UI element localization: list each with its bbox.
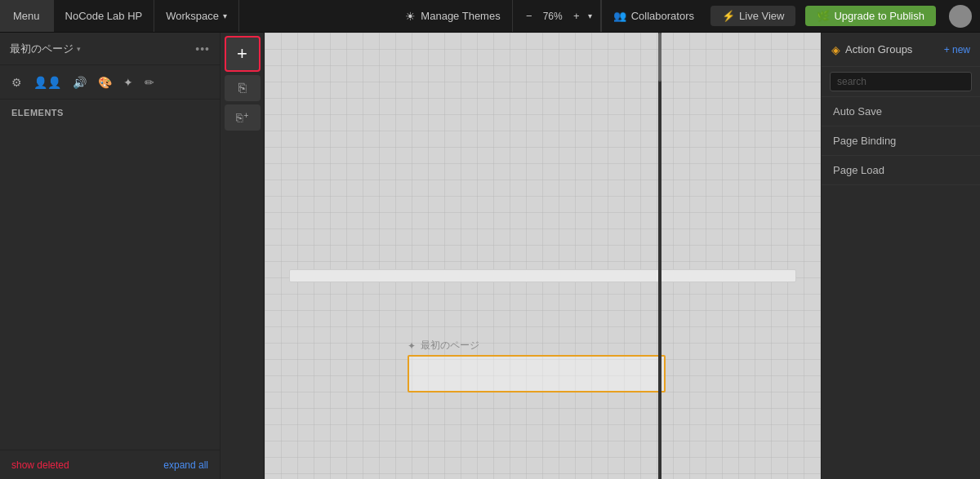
left-panel-footer: show deleted expand all (0, 450, 220, 479)
users-icon[interactable]: 👤👤 (33, 76, 61, 89)
right-panel-title-row: ◈ Action Groups (831, 43, 912, 56)
sun-icon: ☀ (405, 10, 416, 23)
search-input[interactable] (830, 72, 972, 91)
action-groups-icon: ◈ (831, 43, 840, 56)
scrollbar-thumb[interactable] (658, 33, 662, 82)
settings-icon[interactable]: ⚙ (11, 76, 22, 89)
canvas-move-icon: ✦ (408, 340, 416, 352)
canvas-page-label-area: ✦ 最初のページ (408, 339, 479, 353)
zoom-out-button[interactable]: − (521, 8, 537, 24)
menu-button[interactable]: Menu (0, 0, 54, 32)
action-group-item-page-binding[interactable]: Page Binding (822, 126, 980, 156)
left-panel-toolbar: ⚙ 👤👤 🔊 🎨 ✦ ✏ (0, 65, 220, 100)
audio-icon[interactable]: 🔊 (73, 76, 87, 89)
scrollbar-track (658, 33, 662, 479)
show-deleted-link[interactable]: show deleted (11, 459, 69, 471)
workspace-dropdown[interactable]: Workspace ▾ (154, 0, 239, 32)
menu-label: Menu (13, 10, 40, 22)
edit-icon[interactable]: ✏ (145, 76, 154, 89)
right-panel: ◈ Action Groups + new Auto Save Page Bin… (821, 33, 980, 479)
canvas-page-label: 最初のページ (421, 339, 479, 353)
manage-themes-button[interactable]: ☀ Manage Themes (394, 0, 511, 32)
elements-section-label: Elements (0, 100, 220, 122)
action-group-item-page-load[interactable]: Page Load (822, 156, 980, 185)
paste-icon: ⎘ (236, 111, 243, 124)
panel-options-button[interactable]: ••• (195, 42, 210, 55)
chevron-down-icon: ▾ (223, 11, 227, 20)
collab-icon: 👥 (613, 10, 626, 22)
canvas-selected-element[interactable] (408, 355, 666, 393)
copy-button[interactable]: ⎘ (225, 75, 261, 101)
lightning-icon: ⚡ (722, 10, 735, 22)
page-name-dropdown[interactable]: 最初のページ ▾ (10, 42, 81, 56)
add-element-button[interactable]: + (225, 36, 261, 72)
avatar[interactable] (949, 5, 972, 28)
collaborators-button[interactable]: 👥 Collaborators (601, 0, 706, 32)
upgrade-publish-button[interactable]: 🌿 Upgrade to Publish (805, 6, 936, 26)
right-panel-search-area (822, 67, 980, 97)
right-panel-title: Action Groups (845, 43, 912, 55)
add-element-sidebar: + ⎘ ⎘ + (220, 33, 265, 479)
site-name[interactable]: NoCode Lab HP (54, 0, 155, 32)
leaf-icon: 🌿 (817, 10, 830, 22)
zoom-controls: − 76% + ▾ (512, 0, 601, 32)
zoom-in-button[interactable]: + (568, 8, 585, 24)
paste-plus-icon: + (244, 111, 249, 120)
zoom-dropdown-button[interactable]: ▾ (588, 11, 592, 20)
copy-icon: ⎘ (238, 81, 247, 95)
left-panel-header: 最初のページ ▾ ••• (0, 33, 220, 65)
paste-button[interactable]: ⎘ + (225, 104, 261, 131)
live-view-button[interactable]: ⚡ Live View (710, 6, 795, 26)
page-name: 最初のページ (10, 42, 74, 56)
canvas[interactable]: ✦ 最初のページ (265, 33, 821, 479)
left-panel: 最初のページ ▾ ••• ⚙ 👤👤 🔊 🎨 ✦ ✏ Elements show … (0, 33, 220, 479)
page-dropdown-arrow: ▾ (77, 45, 81, 53)
right-panel-header: ◈ Action Groups + new (822, 33, 980, 67)
move-icon[interactable]: ✦ (123, 76, 133, 89)
new-action-group-button[interactable]: + new (944, 44, 970, 55)
expand-all-link[interactable]: expand all (163, 459, 208, 471)
zoom-percent: 76% (541, 11, 565, 22)
action-group-item-auto-save[interactable]: Auto Save (822, 97, 980, 126)
canvas-top-bar (289, 269, 796, 282)
palette-icon[interactable]: 🎨 (98, 76, 112, 89)
